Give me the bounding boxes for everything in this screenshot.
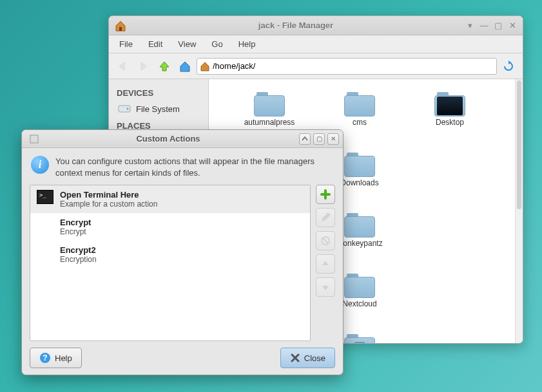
ca-row-desc: Encryption	[60, 255, 97, 264]
ca-row-desc: Example for a custom action	[60, 200, 157, 209]
ca-action-row[interactable]: Encrypt2Encryption	[30, 241, 310, 268]
fm-toolbar	[109, 53, 523, 79]
ca-action-row[interactable]: Open Terminal HereExample for a custom a…	[30, 185, 310, 213]
home-icon	[114, 19, 127, 32]
delete-action-button[interactable]	[316, 231, 335, 250]
fm-item-label: cms	[353, 118, 367, 127]
svg-point-2	[127, 108, 129, 110]
svg-rect-0	[119, 27, 122, 31]
ca-title: Custom Actions	[40, 134, 296, 144]
blank-icon	[37, 245, 53, 259]
close-dialog-button[interactable]: Close	[280, 348, 335, 368]
fm-scrollbar[interactable]	[515, 79, 523, 343]
ca-info: i You can configure custom actions that …	[22, 148, 343, 185]
fm-item[interactable]: Desktop	[405, 91, 495, 146]
maximize-button[interactable]: ▢	[313, 133, 325, 145]
menu-view[interactable]: View	[171, 37, 202, 51]
edit-action-button[interactable]	[316, 208, 335, 227]
close-icon[interactable]: ✕	[507, 21, 518, 31]
home-button[interactable]	[176, 57, 194, 75]
ca-titlebar[interactable]: Custom Actions ▢ ✕	[22, 130, 343, 148]
close-button-label: Close	[304, 353, 325, 363]
fm-item-label: monkeypantz	[336, 239, 382, 248]
blank-icon	[37, 218, 53, 232]
ca-row-desc: Encrypt	[60, 227, 91, 236]
menu-file[interactable]: File	[113, 37, 139, 51]
terminal-icon	[37, 190, 53, 204]
move-up-button[interactable]	[316, 254, 335, 274]
move-down-button[interactable]	[316, 277, 335, 297]
app-icon	[28, 133, 40, 145]
reload-button[interactable]	[499, 57, 518, 75]
fm-item-label: Desktop	[436, 118, 464, 127]
custom-actions-dialog: Custom Actions ▢ ✕ i You can configure c…	[21, 129, 344, 375]
drive-icon	[118, 104, 131, 114]
menu-go[interactable]: Go	[205, 37, 229, 51]
svg-rect-4	[354, 342, 365, 343]
up-button[interactable]	[155, 57, 173, 75]
trash-folder-icon	[344, 333, 375, 343]
path-bar[interactable]	[197, 58, 497, 75]
folder-icon	[254, 91, 285, 117]
svg-rect-5	[30, 135, 38, 143]
forward-button[interactable]	[135, 57, 153, 75]
fm-item-label: Downloads	[340, 178, 378, 187]
path-input[interactable]	[213, 61, 494, 71]
close-button[interactable]: ✕	[327, 133, 339, 145]
add-action-button[interactable]	[316, 185, 335, 204]
help-icon: ?	[39, 352, 51, 364]
home-path-icon	[200, 61, 210, 71]
ca-side-buttons	[316, 185, 336, 341]
close-x-icon	[290, 353, 300, 363]
fm-menubar: File Edit View Go Help	[109, 35, 523, 53]
ca-row-title: Encrypt2	[60, 245, 97, 255]
back-button[interactable]	[114, 57, 132, 75]
folder-icon	[344, 212, 375, 238]
folder-icon	[344, 272, 375, 298]
info-icon: i	[31, 156, 49, 174]
ca-info-text: You can configure custom actions that wi…	[55, 156, 334, 178]
fm-item-label: Nextcloud	[342, 299, 376, 308]
menu-help[interactable]: Help	[232, 37, 262, 51]
sidebar-devices-header: DEVICES	[109, 84, 208, 100]
ca-footer: ? Help Close	[22, 341, 343, 375]
desktop-folder-icon	[434, 91, 465, 117]
caret-down-icon[interactable]: ▾	[465, 21, 475, 31]
maximize-icon[interactable]: ▢	[493, 21, 503, 31]
sidebar-item-filesystem[interactable]: File System	[109, 100, 208, 117]
svg-text:?: ?	[43, 353, 47, 362]
fm-titlebar[interactable]: jack - File Manager ▾ — ▢ ✕	[109, 16, 523, 35]
ca-row-title: Open Terminal Here	[60, 190, 157, 200]
ca-row-title: Encrypt	[60, 218, 91, 227]
folder-icon	[344, 151, 375, 177]
ca-action-row[interactable]: EncryptEncrypt	[30, 213, 310, 241]
help-button[interactable]: ? Help	[30, 348, 82, 368]
shade-button[interactable]	[299, 133, 311, 145]
help-button-label: Help	[55, 353, 72, 363]
sidebar-item-label: File System	[136, 104, 180, 114]
fm-item-label: autumnalpress	[244, 118, 295, 127]
fm-title: jack - File Manager	[131, 21, 461, 30]
menu-edit[interactable]: Edit	[142, 37, 169, 51]
minimize-icon[interactable]: —	[479, 21, 489, 31]
folder-icon	[344, 91, 375, 117]
ca-action-list[interactable]: Open Terminal HereExample for a custom a…	[30, 185, 311, 341]
